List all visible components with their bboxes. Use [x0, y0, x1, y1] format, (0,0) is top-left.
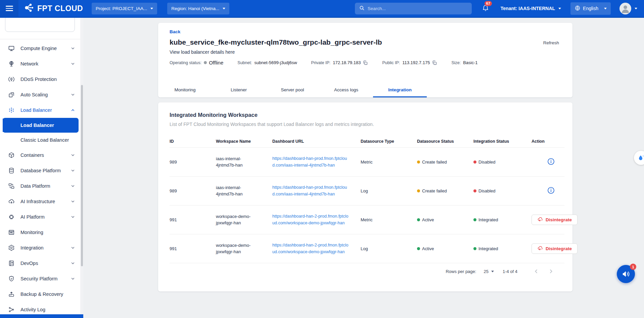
project-select[interactable]: Project: PROJECT_IAA... [92, 3, 157, 14]
pagination-range: 1-4 of 4 [503, 269, 517, 274]
public-ip-value: 113.192.7.175 [402, 60, 430, 65]
hamburger-menu-icon[interactable] [0, 0, 18, 17]
cell-integration-status: Disabled [478, 188, 496, 193]
copy-icon[interactable] [363, 60, 368, 65]
disintegrate-button[interactable]: Disintegrate [532, 215, 578, 225]
disintegrate-button[interactable]: Disintegrate [532, 243, 578, 254]
sidebar-item-containers[interactable]: Containers [0, 147, 80, 163]
public-ip-label: Public IP: [382, 60, 400, 65]
sidebar-item-backup-recovery[interactable]: Backup & Recovery [0, 286, 80, 302]
info-icon[interactable] [547, 190, 555, 195]
cell-datasource-status: Active [422, 217, 434, 222]
sidebar-item-ddos-protection[interactable]: DDoS Protection [0, 72, 80, 87]
sidebar-item-load-balancer[interactable]: Load Balancer [0, 102, 80, 118]
sidebar-item-devops[interactable]: DevOps [0, 256, 80, 271]
back-link[interactable]: Back [170, 29, 180, 34]
sidebar-subitem-label: Load Balancer [20, 123, 54, 128]
dashboard-url-link[interactable]: https://dashboard-han-prod.fmon.fptcloud… [272, 184, 350, 197]
tenant-select[interactable]: Tenant: IAAS-INTERNAL [501, 6, 561, 11]
col-datasource-status: Datasource Status [417, 139, 471, 144]
brand-name: FPT CLOUD [37, 4, 83, 13]
next-page-icon[interactable] [544, 268, 558, 274]
monitor-icon [8, 45, 15, 52]
sidebar-item-compute-engine[interactable]: Compute Engine [0, 41, 80, 56]
cell-integration-status: Integrated [478, 246, 498, 251]
sidebar-item-label: DDoS Protection [20, 77, 75, 82]
tab-listener[interactable]: Listener [212, 83, 266, 97]
cell-integration-status: Integrated [478, 217, 498, 222]
chevron-down-icon [71, 199, 75, 204]
announcements-badge: 1 [630, 264, 636, 270]
table-row: 989 iaas-internal-4jntmd7b-han https://d… [170, 148, 564, 177]
dashboard-url-link[interactable]: https://dashboard-han-prod.fmon.fptcloud… [272, 155, 350, 169]
col-workspace-name: Workspace Name [216, 139, 270, 144]
private-ip-value: 172.18.79.183 [333, 60, 361, 65]
sidebar-item-label: AI Platform [20, 214, 71, 220]
sidebar-item-auto-scaling[interactable]: Auto Scaling [0, 87, 80, 102]
auto-scaling-icon [8, 91, 15, 98]
sidebar-item-label: Integration [20, 245, 71, 251]
sidebar-item-data-platform[interactable]: Data Platform [0, 178, 80, 194]
brand-logo[interactable]: FPT CLOUD [23, 2, 83, 15]
sidebar-item-label: AI Infrastructure [20, 199, 71, 204]
chevron-down-icon [71, 46, 75, 51]
previous-page-icon[interactable] [529, 268, 544, 274]
refresh-button[interactable]: Refresh [543, 40, 559, 45]
divider [0, 39, 83, 39]
cell-workspace-name: workspace-demo-jpxwfqgr-han [216, 214, 256, 226]
cell-datasource-type: Log [361, 246, 414, 251]
notifications-button[interactable]: 67 [482, 4, 489, 13]
operating-status-value: Offline [209, 60, 223, 65]
workspace-table: ID Workspace Name Dashboard URL Datasour… [170, 135, 564, 263]
sidebar-item-ai-platform[interactable]: AI Platform [0, 209, 80, 225]
table-row: 991 workspace-demo-jpxwfqgr-han https://… [170, 206, 564, 234]
offline-status-dot [204, 61, 207, 64]
rows-per-page-select[interactable]: 25 [484, 269, 494, 274]
tab-access-logs[interactable]: Access logs [319, 83, 373, 97]
info-icon[interactable] [547, 162, 555, 167]
account-menu[interactable] [619, 3, 637, 14]
sidebar-item-database-platform[interactable]: Database Platform [0, 163, 80, 178]
scrollbar-thumb[interactable] [81, 85, 83, 266]
region-select[interactable]: Region: Hanoi (Vietna... [167, 3, 229, 14]
language-select[interactable]: English [570, 2, 611, 15]
sidebar-item-ai-infrastructure[interactable]: AI Infrastructure [0, 194, 80, 209]
shield-icon [8, 275, 15, 282]
tab-monitoring[interactable]: Monitoring [158, 83, 212, 97]
sidebar-search-input[interactable] [5, 16, 75, 32]
page-title: kube_service_fke-mycluster-qlm78two_grpc… [170, 38, 543, 46]
sidebar-subitem-load-balancer[interactable]: Load Balancer [3, 118, 79, 133]
global-search[interactable] [355, 3, 472, 14]
sidebar: Compute Engine Network DDoS Protection A… [0, 18, 83, 318]
disintegrate-label: Disintegrate [546, 246, 572, 251]
search-input[interactable] [368, 6, 468, 11]
backup-icon [8, 291, 15, 298]
sidebar-item-network[interactable]: Network [0, 56, 80, 72]
dashboard-url-link[interactable]: https://dashboard-han-2-prod.fmon.fptclo… [272, 213, 350, 226]
sidebar-subitem-classic-load-balancer[interactable]: Classic Load Balancer [0, 133, 80, 147]
cell-workspace-name: iaas-internal-4jntmd7b-han [216, 156, 256, 169]
tab-integration[interactable]: Integration [373, 83, 427, 97]
cell-id: 989 [170, 188, 213, 193]
ddos-protection-icon [8, 76, 15, 83]
size-label: Size: [451, 60, 461, 65]
copy-icon[interactable] [432, 60, 437, 65]
chevron-down-icon [71, 153, 75, 157]
active-status-dot [417, 218, 420, 221]
operating-status-label: Operating status: [170, 60, 201, 65]
sidebar-item-label: Monitoring [20, 230, 75, 235]
chevron-down-icon [71, 61, 75, 66]
dashboard-url-link[interactable]: https://dashboard-han-2-prod.fmon.fptclo… [272, 242, 350, 255]
tenant-label: Tenant: IAAS-INTERNAL [501, 6, 555, 11]
rows-per-page-label: Rows per page: [446, 269, 476, 274]
sidebar-item-monitoring[interactable]: Monitoring [0, 225, 80, 240]
chevron-down-icon [491, 271, 494, 272]
announcements-button[interactable]: 1 [617, 265, 635, 283]
sidebar-item-security-platform[interactable]: Security Platform [0, 271, 80, 286]
active-indicator [3, 119, 4, 132]
tab-server-pool[interactable]: Server pool [266, 83, 319, 97]
cell-datasource-status: Create failed [422, 188, 447, 193]
integration-gear-icon [8, 244, 15, 251]
sidebar-item-integration[interactable]: Integration [0, 240, 80, 256]
sidebar-scrollbar[interactable] [80, 18, 83, 318]
